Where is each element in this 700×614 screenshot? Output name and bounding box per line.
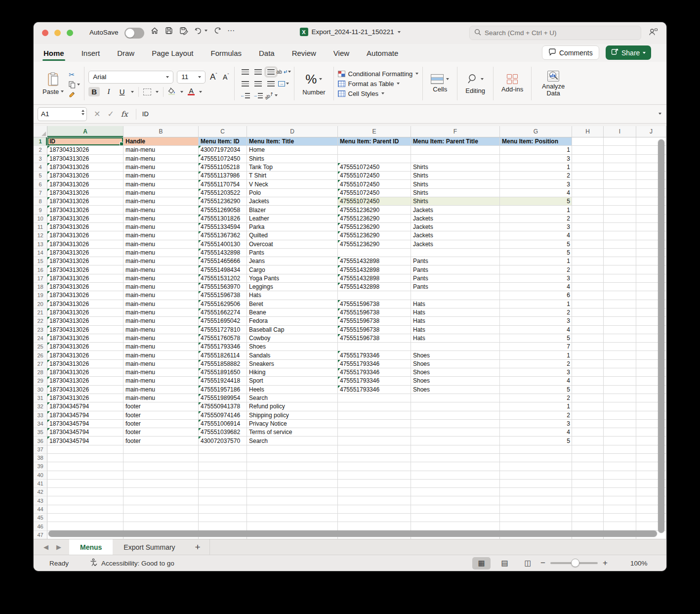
cell-I28[interactable] [604, 368, 636, 377]
cell-I29[interactable] [604, 377, 636, 385]
cell-H38[interactable] [572, 454, 604, 462]
merge-center-icon[interactable]: ↔ [278, 81, 289, 87]
cell-H8[interactable] [572, 197, 604, 206]
cell-F9[interactable]: Jackets [411, 206, 500, 214]
row-header-31[interactable]: 31 [34, 394, 47, 402]
row-header-42[interactable]: 42 [34, 488, 47, 496]
cell-I43[interactable] [604, 496, 636, 505]
align-center-icon[interactable] [254, 81, 262, 87]
orientation-icon[interactable]: ab↗ [264, 93, 278, 98]
cell-C43[interactable] [199, 496, 247, 505]
cell-A5[interactable]: 187304313026 [47, 172, 124, 180]
cell-B17[interactable]: main-menu [124, 274, 199, 283]
row-header-36[interactable]: 36 [34, 437, 47, 445]
cell-H46[interactable] [572, 522, 604, 530]
cell-D37[interactable] [247, 445, 338, 454]
cell-I45[interactable] [604, 514, 636, 522]
cell-E43[interactable] [338, 496, 411, 505]
cell-H16[interactable] [572, 265, 604, 274]
cell-styles-button[interactable]: Cell Styles [338, 90, 419, 97]
cell-C26[interactable]: 475551826114 [199, 351, 247, 359]
cell-F17[interactable]: Pants [411, 274, 500, 283]
cell-D24[interactable]: Cowboy [247, 334, 338, 343]
document-title[interactable]: Export_2024-11-21_150221 [311, 28, 394, 36]
prev-sheet-icon[interactable]: ◀ [43, 543, 48, 551]
cell-C7[interactable]: 475551203522 [199, 189, 247, 197]
cell-B1[interactable]: Handle [124, 137, 199, 146]
cell-G23[interactable]: 4 [500, 326, 572, 334]
cell-B19[interactable]: main-menu [124, 291, 199, 300]
cell-C5[interactable]: 475551137986 [199, 172, 247, 180]
cell-I41[interactable] [604, 480, 636, 488]
cell-H35[interactable] [572, 428, 604, 437]
cell-C33[interactable]: 475550974146 [199, 411, 247, 420]
cell-G43[interactable] [500, 496, 572, 505]
share-button[interactable]: Share [606, 45, 651, 60]
save-as-icon[interactable] [179, 26, 188, 35]
cell-E6[interactable]: 475551072450 [338, 180, 411, 188]
zoom-slider[interactable] [550, 562, 598, 564]
cell-G8[interactable]: 5 [500, 197, 572, 206]
cell-E14[interactable] [338, 249, 411, 257]
cell-G14[interactable]: 5 [500, 249, 572, 257]
cell-E10[interactable]: 475551236290 [338, 215, 411, 223]
cell-F13[interactable]: Jackets [411, 240, 500, 249]
cell-C46[interactable] [199, 522, 247, 530]
cell-G39[interactable] [500, 462, 572, 471]
cell-E32[interactable] [338, 402, 411, 411]
cell-G9[interactable]: 1 [500, 206, 572, 214]
cell-C16[interactable]: 475551498434 [199, 265, 247, 274]
cell-D10[interactable]: Leather [247, 215, 338, 223]
formula-bar-expand-icon[interactable] [659, 113, 661, 115]
cell-D31[interactable]: Search [247, 394, 338, 402]
decrease-indent-icon[interactable]: ← [240, 93, 250, 98]
normal-view-button[interactable]: ▦ [472, 557, 491, 570]
cell-C11[interactable]: 475551334594 [199, 223, 247, 231]
cell-A29[interactable]: 187304313026 [47, 377, 124, 385]
cell-C20[interactable]: 475551629506 [199, 300, 247, 308]
cell-F34[interactable] [411, 420, 500, 428]
font-color-button[interactable]: A [188, 88, 195, 95]
cell-C37[interactable] [199, 445, 247, 454]
cell-C10[interactable]: 475551301826 [199, 215, 247, 223]
row-header-20[interactable]: 20 [34, 300, 47, 308]
cell-F22[interactable]: Hats [411, 317, 500, 325]
cell-B15[interactable]: main-menu [124, 257, 199, 265]
cell-I39[interactable] [604, 462, 636, 471]
enter-icon[interactable]: ✓ [107, 109, 114, 119]
cell-F41[interactable] [411, 480, 500, 488]
cell-A20[interactable]: 187304313026 [47, 300, 124, 308]
cell-F27[interactable]: Shoes [411, 360, 500, 368]
cell-A13[interactable]: 187304313026 [47, 240, 124, 249]
analyze-data-button[interactable]: Analyze Data [535, 65, 571, 102]
cell-A15[interactable]: 187304313026 [47, 257, 124, 265]
page-break-view-button[interactable]: ◫ [519, 557, 537, 570]
cell-H27[interactable] [572, 360, 604, 368]
cell-C15[interactable]: 475551465666 [199, 257, 247, 265]
cell-D2[interactable]: Home [247, 146, 338, 154]
cell-C18[interactable]: 475551563970 [199, 283, 247, 291]
cancel-icon[interactable]: ✕ [94, 109, 100, 119]
name-box[interactable]: A1 [38, 107, 87, 121]
cell-A18[interactable]: 187304313026 [47, 283, 124, 291]
cell-E38[interactable] [338, 454, 411, 462]
cell-G18[interactable]: 4 [500, 283, 572, 291]
save-icon[interactable] [165, 26, 173, 35]
cell-F43[interactable] [411, 496, 500, 505]
cell-D35[interactable]: Terms of service [247, 428, 338, 437]
cell-H13[interactable] [572, 240, 604, 249]
tab-formulas[interactable]: Formulas [209, 46, 243, 60]
cell-D41[interactable] [247, 480, 338, 488]
cell-I16[interactable] [604, 265, 636, 274]
cell-C14[interactable]: 475551432898 [199, 249, 247, 257]
cell-C13[interactable]: 475551400130 [199, 240, 247, 249]
cell-A17[interactable]: 187304313026 [47, 274, 124, 283]
cell-H26[interactable] [572, 351, 604, 359]
cell-G36[interactable]: 5 [500, 437, 572, 445]
row-header-46[interactable]: 46 [34, 522, 47, 530]
cell-F20[interactable]: Hats [411, 300, 500, 308]
cell-B8[interactable]: main-menu [124, 197, 199, 206]
cell-B28[interactable]: main-menu [124, 368, 199, 377]
cell-G11[interactable]: 3 [500, 223, 572, 231]
cell-F45[interactable] [411, 514, 500, 522]
